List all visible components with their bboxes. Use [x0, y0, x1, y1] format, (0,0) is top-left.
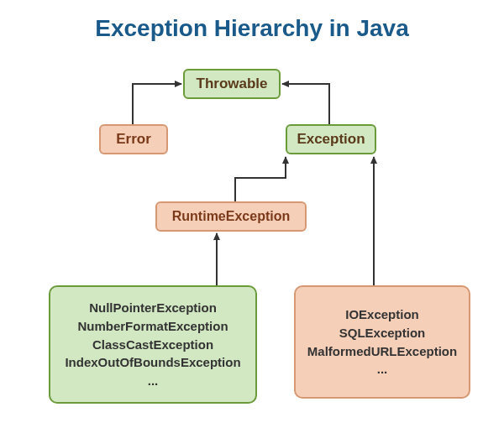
node-exception: Exception	[286, 124, 376, 154]
exception-list-item: SQLException	[339, 324, 426, 342]
diagram-canvas: Throwable Error Exception RuntimeExcepti…	[0, 0, 504, 428]
exception-list-item: IOException	[345, 305, 419, 324]
exception-list-item: ClassCastException	[92, 336, 213, 354]
node-runtime-exception: RuntimeException	[155, 201, 307, 232]
exception-list-item: NumberFormatException	[77, 317, 228, 336]
exception-list-item: IndexOutOfBoundsException	[65, 353, 240, 372]
exception-list-item: MalformedURLException	[307, 342, 457, 361]
exception-list-item: ...	[148, 372, 159, 390]
node-error: Error	[99, 124, 168, 154]
node-runtime-children: NullPointerExceptionNumberFormatExceptio…	[49, 285, 257, 404]
node-throwable: Throwable	[183, 69, 281, 99]
exception-list-item: NullPointerException	[89, 299, 217, 317]
exception-list-item: ...	[377, 360, 388, 378]
node-checked-children: IOExceptionSQLExceptionMalformedURLExcep…	[294, 285, 470, 399]
